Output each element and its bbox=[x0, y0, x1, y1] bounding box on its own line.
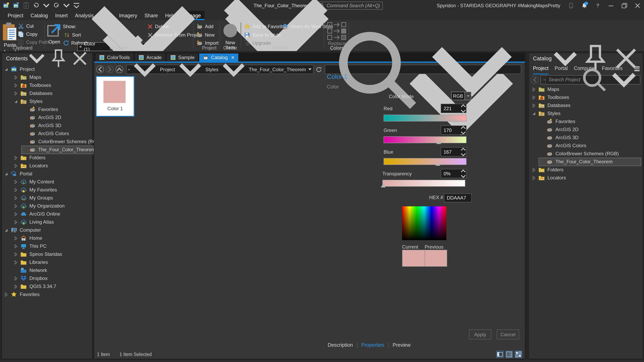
save-project-icon[interactable] bbox=[22, 2, 30, 9]
details-view-toggle[interactable] bbox=[496, 351, 504, 358]
catalog-tree-item-colorbrewer-schemes-rgb-[interactable]: ColorBrewer Schemes (RGB) bbox=[529, 150, 643, 158]
search-icon[interactable] bbox=[330, 23, 423, 116]
expander-closed-icon[interactable] bbox=[3, 291, 9, 298]
contents-tree-item-the-four-color-theorem[interactable]: The_Four_Color_Theorem bbox=[2, 146, 92, 154]
expander-closed-icon[interactable] bbox=[13, 259, 19, 265]
contents-tree-item-maps[interactable]: Maps bbox=[2, 73, 92, 81]
expander-closed-icon[interactable] bbox=[13, 163, 19, 169]
contents-tree-item-arcgis-online[interactable]: ArcGIS Online bbox=[2, 210, 92, 218]
contents-tree-item-this-pc[interactable]: This PC bbox=[2, 242, 92, 250]
document-tab-colortools[interactable]: ColorTools bbox=[96, 53, 134, 61]
color-spectrum-picker[interactable] bbox=[402, 206, 446, 240]
catalog-tree-item-styles[interactable]: Styles bbox=[529, 109, 643, 117]
contents-tree-item-network[interactable]: Network bbox=[2, 266, 92, 274]
expander-closed-icon[interactable] bbox=[13, 155, 19, 161]
open-project-icon[interactable] bbox=[12, 2, 20, 9]
hex-input[interactable]: DDAAA7 bbox=[444, 193, 472, 202]
open-button[interactable]: Open bbox=[46, 22, 63, 44]
up-button[interactable] bbox=[116, 65, 123, 73]
blue-input[interactable]: 167 bbox=[441, 147, 466, 156]
contents-tree-item-my-groups[interactable]: My Groups bbox=[2, 194, 92, 202]
restore-button[interactable] bbox=[621, 2, 628, 9]
expander-closed-icon[interactable] bbox=[13, 283, 19, 289]
catalog-tree-item-the-four-color-theorem[interactable]: The_Four_Color_Theorem bbox=[529, 158, 643, 166]
save-to-style-button[interactable]: Save to Style bbox=[244, 31, 281, 39]
editor-tab-description[interactable]: Description bbox=[328, 342, 353, 348]
contents-tree-item-styles[interactable]: Styles bbox=[2, 97, 92, 105]
ribbon-tab-insert[interactable]: Insert bbox=[52, 11, 72, 20]
contents-tree-item-dropbox[interactable]: Dropbox bbox=[2, 274, 92, 282]
forward-button[interactable] bbox=[106, 65, 114, 73]
catalog-panel-search-input[interactable]: Search Project bbox=[540, 75, 640, 84]
catalog-tree-item-folders[interactable]: Folders bbox=[529, 166, 643, 174]
contents-tree-item-project[interactable]: Project bbox=[2, 65, 92, 73]
catalog-search-input[interactable]: Search The_Four_Color_Theorem bbox=[325, 65, 521, 74]
expander-closed-icon[interactable] bbox=[13, 211, 19, 217]
cancel-button[interactable]: Cancel bbox=[497, 330, 519, 340]
expander-closed-icon[interactable] bbox=[13, 82, 19, 88]
expander-closed-icon[interactable] bbox=[531, 94, 537, 100]
undo-icon[interactable] bbox=[32, 2, 40, 9]
breadcrumb[interactable]: Project Styles The_Four_Color_Theorem bbox=[126, 65, 314, 74]
contents-tree-item-libraries[interactable]: Libraries bbox=[2, 258, 92, 266]
contents-tree-item-favorites[interactable]: Favorites bbox=[2, 290, 92, 299]
expander-closed-icon[interactable] bbox=[13, 187, 19, 193]
close-icon[interactable] bbox=[71, 49, 89, 67]
catalog-tree-item-maps[interactable]: Maps bbox=[529, 85, 643, 93]
expander-closed-icon[interactable] bbox=[13, 203, 19, 209]
color-mode-select[interactable]: RGB bbox=[451, 92, 471, 100]
expander-closed-icon[interactable] bbox=[13, 195, 19, 201]
expander-open-icon[interactable] bbox=[3, 227, 9, 233]
contents-tree-item-computer[interactable]: Computer bbox=[2, 226, 92, 234]
catalog-tree-item-databases[interactable]: Databases bbox=[529, 101, 643, 109]
expander-closed-icon[interactable] bbox=[13, 275, 19, 281]
expander-open-icon[interactable] bbox=[13, 98, 19, 104]
close-tab-icon[interactable]: ✕ bbox=[231, 55, 235, 60]
contents-tree-item-my-organization[interactable]: My Organization bbox=[2, 202, 92, 210]
catalog-tree-item-toolboxes[interactable]: Toolboxes bbox=[529, 93, 643, 101]
editor-tab-properties[interactable]: Properties bbox=[361, 342, 384, 348]
expander-closed-icon[interactable] bbox=[531, 167, 537, 173]
editor-tab-preview[interactable]: Preview bbox=[393, 342, 410, 348]
transparency-input[interactable]: 0% bbox=[441, 169, 466, 178]
expander-open-icon[interactable] bbox=[3, 66, 9, 72]
expander-closed-icon[interactable] bbox=[13, 74, 19, 80]
contents-tree-item-arcgis-2d[interactable]: ArcGIS 2D bbox=[2, 113, 92, 121]
contents-tree-item-my-favorites[interactable]: My Favorites bbox=[2, 186, 92, 194]
contents-tree-item-spiros-staridas[interactable]: Spiros Staridas bbox=[2, 250, 92, 258]
contents-tree-item-favorites[interactable]: Favorites bbox=[2, 105, 92, 113]
catalog-back-button[interactable] bbox=[531, 76, 538, 83]
catalog-tab-portal[interactable]: Portal bbox=[555, 63, 568, 74]
share-as-web-style-button[interactable]: Share As Web Style bbox=[282, 23, 333, 30]
refresh-location-icon[interactable] bbox=[316, 66, 322, 73]
contents-tree-item-portal[interactable]: Portal bbox=[2, 170, 92, 178]
contents-tree-item-arcgis-3d[interactable]: ArcGIS 3D bbox=[2, 121, 92, 129]
green-input[interactable]: 170 bbox=[441, 125, 466, 135]
catalog-tree-item-favorites[interactable]: Favorites bbox=[529, 117, 643, 125]
grid-view-toggle[interactable] bbox=[515, 351, 522, 358]
panel-menu-chevron-icon[interactable] bbox=[28, 52, 46, 65]
copy-path-button[interactable]: Copy Path bbox=[18, 39, 49, 46]
close-button[interactable] bbox=[634, 2, 641, 9]
search-options-chevron-icon[interactable] bbox=[426, 34, 518, 104]
contents-tree-item-qgis-3-34-7[interactable]: QGIS 3.34.7 bbox=[2, 282, 92, 290]
remove-from-project-button[interactable]: Remove From Project bbox=[147, 31, 202, 39]
redo-icon[interactable] bbox=[53, 2, 60, 9]
expander-closed-icon[interactable] bbox=[13, 179, 19, 185]
red-slider[interactable] bbox=[384, 115, 466, 121]
expander-closed-icon[interactable] bbox=[13, 251, 19, 257]
catalog-tree-item-arcgis-3d[interactable]: ArcGIS 3D bbox=[529, 134, 643, 142]
redo-dropdown-icon[interactable] bbox=[63, 2, 70, 9]
customize-qat-icon[interactable] bbox=[73, 2, 80, 9]
contents-tree-item-colorbrewer-schemes-rgb-[interactable]: ColorBrewer Schemes (RGB) bbox=[2, 138, 92, 146]
expander-open-icon[interactable] bbox=[3, 171, 9, 177]
ribbon-tab-project[interactable]: Project bbox=[4, 11, 27, 20]
green-slider[interactable] bbox=[384, 136, 466, 143]
undo-dropdown-icon[interactable] bbox=[43, 2, 50, 9]
contents-tree-item-toolboxes[interactable]: Toolboxes bbox=[2, 81, 92, 89]
expander-closed-icon[interactable] bbox=[13, 219, 19, 225]
notifications-bell-icon[interactable] bbox=[581, 2, 588, 9]
breadcrumb-current[interactable]: The_Four_Color_Theorem bbox=[249, 66, 306, 72]
red-input[interactable]: 221 bbox=[441, 104, 466, 113]
breadcrumb-dropdown-icon[interactable] bbox=[308, 68, 312, 70]
